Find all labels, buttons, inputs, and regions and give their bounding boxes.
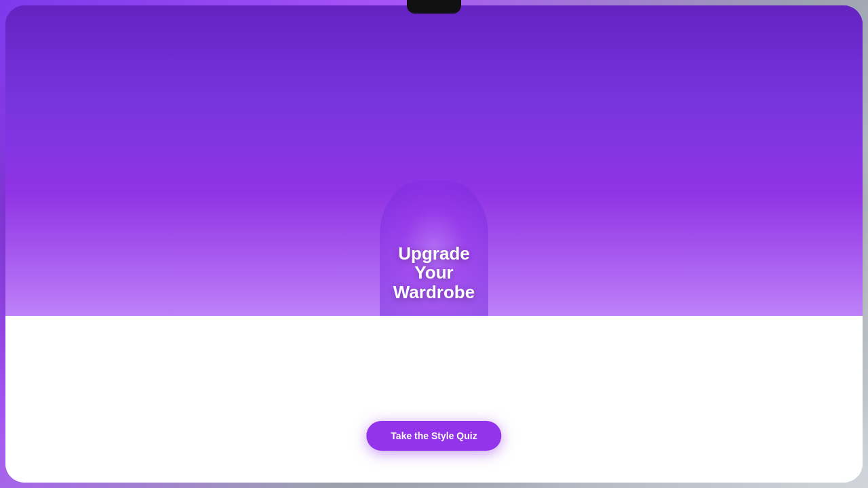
- hero-image: Upgrade Your Wardrobe: [5, 5, 863, 316]
- phone-notch: [407, 0, 461, 14]
- phone-center-inner: Upgrade Your Wardrobe: [5, 5, 863, 483]
- phone-hero: Upgrade Your Wardrobe: [334, 61, 534, 427]
- style-quiz-button[interactable]: Take the Style Quiz: [366, 421, 501, 451]
- center-bottom: [5, 316, 863, 483]
- cta-section: Take the Style Quiz: [366, 421, 501, 451]
- hero-headline: Upgrade Your Wardrobe: [5, 244, 863, 302]
- scene: B Belstaff Follow ★ 4.9 (134 reviews) Tr…: [0, 0, 868, 488]
